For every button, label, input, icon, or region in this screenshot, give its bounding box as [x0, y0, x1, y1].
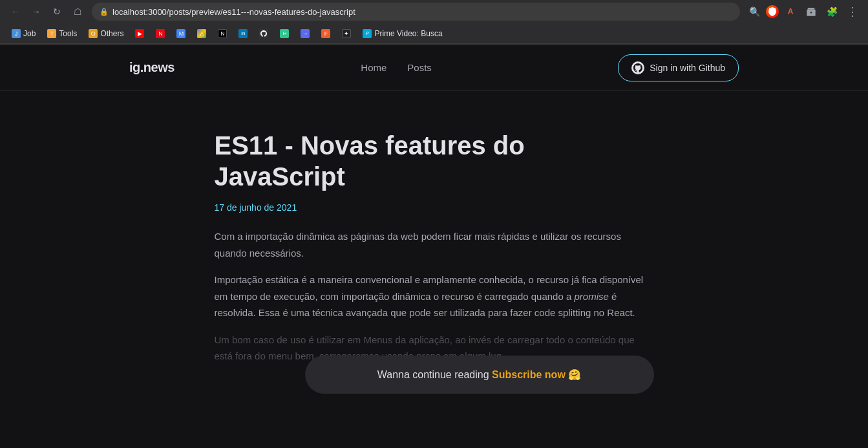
bookmark-others-label: Others [100, 29, 123, 38]
browser-toolbar: ← → ↻ ☖ 🔒 🔍 A 🧩 ⋮ [0, 0, 868, 23]
bookmark-black-favicon: ✦ [342, 29, 351, 38]
app-nav: Home Posts [361, 62, 432, 73]
bookmark-job-favicon: J [12, 29, 21, 38]
bookmark-youtube[interactable]: ▶ [130, 27, 149, 40]
bookmark-netflix-favicon: N [156, 29, 165, 38]
browser-actions: 🔍 A 🧩 ⋮ [745, 3, 862, 21]
bookmark-github-favicon [259, 29, 268, 38]
nav-reload-button[interactable]: ↻ [48, 3, 66, 21]
subscribe-emoji: 🤗 [568, 369, 581, 380]
bookmark-gdrive-favicon: △ [197, 29, 206, 38]
bookmark-prime-label: Prime Video: Busca [374, 29, 442, 38]
bookmark-tools[interactable]: T Tools [42, 27, 82, 40]
bookmarks-bar: J Job T Tools O Others ▶ N M △ N in [0, 23, 868, 44]
sign-in-button[interactable]: Sign in with Github [618, 54, 739, 81]
nav-forward-button[interactable]: → [27, 3, 45, 21]
address-bar[interactable] [112, 7, 732, 17]
nav-buttons: ← → ↻ ☖ [6, 3, 87, 21]
bookmark-black[interactable]: ✦ [337, 27, 356, 40]
bookmark-linkedin[interactable]: in [233, 27, 253, 40]
bookmark-netflix[interactable]: N [151, 27, 170, 40]
subscribe-link[interactable]: Subscribe now [492, 369, 566, 380]
bookmark-gdrive[interactable]: △ [192, 27, 211, 40]
github-logo-icon [631, 61, 644, 74]
bookmark-github[interactable] [254, 27, 273, 40]
app-logo[interactable]: ig.news [129, 60, 175, 75]
article-paragraph-1: Com a importação dinâmica as páginas da … [215, 228, 654, 261]
bookmark-prime-favicon: P [363, 29, 372, 38]
menu-button[interactable]: ⋮ [843, 3, 862, 21]
brave-icon [766, 5, 779, 18]
bookmark-feeder-favicon: F [321, 29, 330, 38]
article-title: ES11 - Novas features do JavaScript [215, 130, 654, 192]
nav-posts-link[interactable]: Posts [407, 62, 432, 73]
extensions-icon[interactable]: 🧩 [823, 3, 841, 21]
bookmark-youtube-favicon: ▶ [135, 29, 144, 38]
article-body: Com a importação dinâmica as páginas da … [215, 228, 654, 365]
nav-home-button[interactable]: ☖ [69, 3, 87, 21]
bookmark-job-label: Job [23, 29, 36, 38]
article-paragraph-2-italic: promise [574, 291, 608, 302]
page-content: ES11 - Novas features do JavaScript 17 d… [0, 91, 868, 448]
bookmark-arrow-favicon: → [301, 29, 310, 38]
bookmark-job[interactable]: J Job [6, 27, 41, 40]
bookmark-notion-favicon: N [218, 29, 227, 38]
sign-in-label: Sign in with Github [650, 63, 725, 73]
bookmark-others[interactable]: O Others [83, 27, 129, 40]
bookmark-notion[interactable]: N [213, 27, 232, 40]
bookmark-gmail[interactable]: M [171, 27, 191, 40]
article-date: 17 de junho de 2021 [215, 202, 654, 213]
address-bar-container[interactable]: 🔒 [92, 3, 740, 21]
adblock-icon[interactable]: A [781, 3, 799, 21]
bookmark-prime[interactable]: P Prime Video: Busca [357, 27, 447, 40]
bookmark-gmail-favicon: M [176, 29, 185, 38]
bookmark-linkedin-favicon: in [238, 29, 248, 38]
subscribe-cta[interactable]: Wanna continue reading Subscribe now 🤗 [305, 356, 654, 394]
nav-back-button[interactable]: ← [6, 3, 25, 21]
bookmark-feeder[interactable]: F [316, 27, 335, 40]
lock-icon: 🔒 [100, 8, 109, 16]
search-button[interactable]: 🔍 [745, 3, 763, 21]
article-paragraph-2: Importação estática é a maneira convenci… [215, 272, 654, 321]
article-container: ES11 - Novas features do JavaScript 17 d… [202, 130, 667, 407]
bookmark-tools-favicon: T [47, 29, 56, 38]
bookmark-others-favicon: O [89, 29, 98, 38]
wallet-icon[interactable] [802, 3, 820, 21]
bookmark-arrow[interactable]: → [295, 27, 315, 40]
app-header: ig.news Home Posts Sign in with Github [0, 45, 868, 91]
bookmark-hoppscotch[interactable]: H [275, 27, 294, 40]
nav-home-link[interactable]: Home [361, 62, 386, 73]
subscribe-cta-text: Wanna continue reading [377, 369, 492, 380]
bookmark-hoppscotch-favicon: H [280, 29, 289, 38]
bookmark-tools-label: Tools [59, 29, 77, 38]
browser-chrome: ← → ↻ ☖ 🔒 🔍 A 🧩 ⋮ [0, 0, 868, 45]
